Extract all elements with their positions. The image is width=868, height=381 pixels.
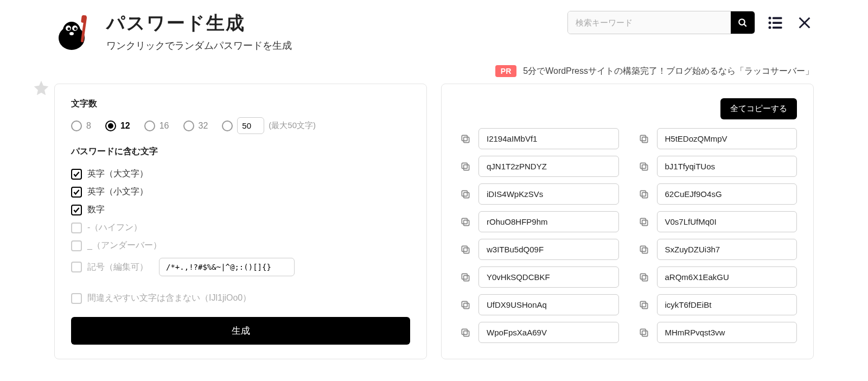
result-item: aRQm6X1EakGU — [636, 266, 797, 288]
password-value[interactable]: WpoFpsXaA69V — [478, 322, 619, 343]
password-value[interactable]: V0s7LfUfMq0I — [657, 211, 797, 232]
copy-icon[interactable] — [636, 131, 652, 147]
svg-line-10 — [744, 24, 746, 27]
result-item: H5tEDozQMmpV — [636, 128, 797, 149]
password-value[interactable]: iDIS4WpKzSVs — [478, 183, 619, 205]
svg-rect-29 — [464, 220, 469, 225]
result-item: icykT6fDEiBt — [636, 294, 797, 315]
password-value[interactable]: aRQm6X1EakGU — [657, 266, 797, 288]
length-radio-16[interactable]: 16 — [144, 120, 169, 131]
length-max-hint: (最大50文字) — [269, 120, 316, 131]
length-radio-8[interactable]: 8 — [71, 120, 91, 131]
result-item: MHmRPvqst3vw — [636, 322, 797, 343]
svg-rect-38 — [462, 274, 467, 279]
header: パスワード生成 ワンクリックでランダムパスワードを生成 — [54, 11, 814, 54]
copy-icon[interactable] — [636, 270, 652, 285]
length-radio-32[interactable]: 32 — [183, 120, 208, 131]
copy-icon[interactable] — [458, 297, 473, 313]
svg-point-9 — [739, 19, 745, 25]
copy-icon[interactable] — [636, 187, 652, 202]
password-value[interactable]: rOhuO8HFP9hm — [478, 211, 619, 232]
result-item: rOhuO8HFP9hm — [458, 211, 619, 232]
results-panel: 全てコピーする I2194aIMbVf1H5tEDozQMmpVqJN1T2zP… — [441, 84, 814, 359]
char-check-0[interactable]: 英字（大文字） — [71, 165, 410, 183]
logo-icon — [54, 11, 98, 54]
copy-icon[interactable] — [636, 214, 652, 230]
copy-icon[interactable] — [458, 242, 473, 257]
svg-rect-39 — [642, 275, 647, 281]
svg-rect-24 — [640, 163, 646, 168]
checkbox-icon — [71, 293, 82, 304]
svg-rect-48 — [640, 329, 646, 334]
length-custom[interactable]: (最大50文字) — [222, 117, 316, 134]
password-value[interactable]: icykT6fDEiBt — [657, 294, 797, 315]
svg-rect-45 — [464, 331, 469, 336]
char-check-4[interactable]: _（アンダーバー） — [71, 237, 410, 255]
copy-icon[interactable] — [458, 325, 473, 340]
char-check-2[interactable]: 数字 — [71, 201, 410, 219]
password-value[interactable]: MHmRPvqst3vw — [657, 322, 797, 343]
result-item: 62CuEJf9O4sG — [636, 183, 797, 205]
checkbox-icon — [71, 187, 82, 198]
svg-rect-23 — [642, 164, 647, 170]
svg-point-13 — [769, 21, 771, 24]
length-label: 文字数 — [71, 98, 410, 110]
svg-rect-44 — [640, 301, 646, 307]
svg-point-5 — [74, 28, 77, 30]
svg-rect-34 — [462, 246, 467, 251]
length-custom-input[interactable] — [237, 117, 264, 134]
char-check-3[interactable]: -（ハイフン） — [71, 219, 410, 237]
password-value[interactable]: UfDX9USHonAq — [478, 294, 619, 315]
radio-icon — [105, 120, 116, 131]
search-box — [567, 11, 755, 34]
chars-label: パスワードに含む文字 — [71, 146, 410, 157]
copy-icon[interactable] — [636, 159, 652, 174]
svg-rect-37 — [464, 275, 469, 281]
symbols-input[interactable] — [159, 258, 295, 276]
copy-icon[interactable] — [458, 270, 473, 285]
copy-icon[interactable] — [636, 242, 652, 257]
radio-icon — [144, 120, 155, 131]
svg-rect-28 — [640, 190, 646, 196]
search-icon — [738, 18, 748, 28]
result-item: qJN1T2zPNDYZ — [458, 156, 619, 177]
password-value[interactable]: Y0vHkSQDCBKF — [478, 266, 619, 288]
copy-icon[interactable] — [458, 214, 473, 230]
password-value[interactable]: qJN1T2zPNDYZ — [478, 156, 619, 177]
x-social-icon[interactable] — [795, 14, 814, 32]
pr-text[interactable]: 5分でWordPressサイトの構築完了！ブログ始めるなら「ラッコサーバー」 — [523, 66, 814, 77]
password-value[interactable]: I2194aIMbVf1 — [478, 128, 619, 149]
copy-icon[interactable] — [458, 159, 473, 174]
results-grid: I2194aIMbVf1H5tEDozQMmpVqJN1T2zPNDYZbJ1T… — [458, 128, 797, 343]
search-input[interactable] — [568, 11, 731, 34]
svg-rect-32 — [640, 218, 646, 224]
copy-icon[interactable] — [636, 325, 652, 340]
result-item: WpoFpsXaA69V — [458, 322, 619, 343]
search-button[interactable] — [731, 11, 755, 34]
menu-list-icon[interactable] — [766, 14, 784, 32]
password-value[interactable]: 62CuEJf9O4sG — [657, 183, 797, 205]
svg-rect-30 — [462, 218, 467, 224]
password-value[interactable]: H5tEDozQMmpV — [657, 128, 797, 149]
svg-rect-20 — [640, 135, 646, 141]
copy-icon[interactable] — [636, 297, 652, 313]
copy-icon[interactable] — [458, 131, 473, 147]
favorite-star-icon[interactable] — [33, 79, 50, 97]
length-radio-12[interactable]: 12 — [105, 120, 130, 131]
svg-rect-31 — [642, 220, 647, 225]
generate-button[interactable]: 生成 — [71, 317, 410, 345]
copy-all-button[interactable]: 全てコピーする — [720, 98, 797, 119]
page-subtitle: ワンクリックでランダムパスワードを生成 — [106, 39, 292, 52]
exclude-confusing-check[interactable]: 間違えやすい文字は含まない（IJl1jiOo0） — [71, 289, 410, 307]
svg-point-1 — [63, 22, 80, 39]
svg-point-11 — [769, 16, 771, 19]
char-check-5[interactable]: 記号（編集可） — [71, 255, 410, 280]
password-value[interactable]: bJ1TfyqiTUos — [657, 156, 797, 177]
pr-badge: PR — [495, 65, 516, 77]
svg-rect-47 — [642, 331, 647, 336]
char-check-1[interactable]: 英字（小文字） — [71, 183, 410, 201]
copy-icon[interactable] — [458, 187, 473, 202]
password-value[interactable]: SxZuyDZUi3h7 — [657, 239, 797, 260]
password-value[interactable]: w3ITBu5dQ09F — [478, 239, 619, 260]
settings-panel: 文字数 8121632(最大50文字) パスワードに含む文字 英字（大文字）英字… — [54, 84, 427, 359]
